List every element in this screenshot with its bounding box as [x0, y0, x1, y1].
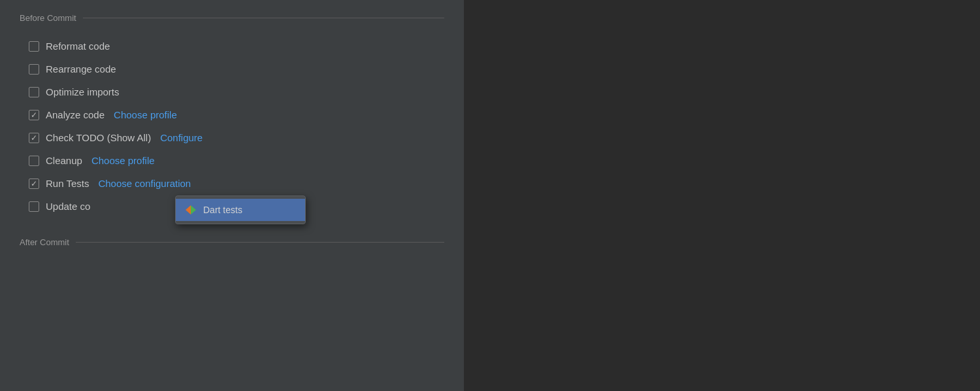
rearrange-code-checkbox[interactable]	[29, 64, 39, 75]
optimize-imports-checkbox[interactable]	[29, 87, 39, 97]
cleanup-checkbox[interactable]	[29, 156, 39, 166]
dart-tests-option[interactable]: Dart tests	[176, 199, 305, 221]
cleanup-label: Cleanup	[46, 155, 82, 166]
cleanup-item: Cleanup Choose profile	[26, 149, 444, 172]
analyze-code-label: Analyze code	[46, 109, 105, 120]
analyze-code-checkbox[interactable]	[29, 110, 39, 120]
after-commit-header: After Commit	[20, 237, 444, 247]
right-panel	[464, 0, 980, 391]
rearrange-code-item: Rearrange code	[26, 58, 444, 80]
before-commit-title: Before Commit	[20, 13, 76, 23]
check-todo-link[interactable]: Configure	[160, 132, 203, 143]
run-tests-item: Run Tests Choose configuration Dart test…	[26, 172, 444, 195]
update-co-checkbox[interactable]	[29, 201, 39, 212]
dart-diamond-icon	[186, 205, 196, 215]
run-tests-dropdown: Dart tests	[175, 196, 306, 224]
reformat-code-label: Reformat code	[46, 41, 110, 52]
reformat-code-checkbox[interactable]	[29, 41, 39, 52]
check-todo-label: Check TODO (Show All)	[46, 132, 151, 143]
run-tests-checkbox[interactable]	[29, 178, 39, 189]
run-tests-link[interactable]: Choose configuration	[98, 178, 191, 189]
optimize-imports-label: Optimize imports	[46, 86, 120, 97]
check-todo-checkbox[interactable]	[29, 133, 39, 143]
before-commit-list: Reformat code Rearrange code Optimize im…	[20, 35, 444, 218]
update-co-label: Update co	[46, 201, 90, 212]
analyze-code-item: Analyze code Choose profile	[26, 103, 444, 126]
check-todo-item: Check TODO (Show All) Configure	[26, 126, 444, 149]
before-commit-header: Before Commit	[20, 13, 444, 23]
cleanup-link[interactable]: Choose profile	[91, 155, 155, 166]
diamond-right	[191, 205, 196, 214]
before-commit-divider	[83, 18, 444, 18]
after-commit-section: After Commit	[20, 237, 444, 247]
analyze-code-link[interactable]: Choose profile	[114, 109, 177, 120]
run-tests-label: Run Tests	[46, 178, 89, 189]
diamond-left	[186, 205, 191, 214]
after-commit-title: After Commit	[20, 237, 69, 247]
dart-icon	[185, 204, 197, 216]
left-panel: Before Commit Reformat code Rearrange co…	[0, 0, 464, 391]
optimize-imports-item: Optimize imports	[26, 80, 444, 103]
rearrange-code-label: Rearrange code	[46, 63, 116, 75]
after-commit-divider	[76, 242, 444, 243]
dart-tests-label: Dart tests	[203, 205, 242, 215]
reformat-code-item: Reformat code	[26, 35, 444, 58]
